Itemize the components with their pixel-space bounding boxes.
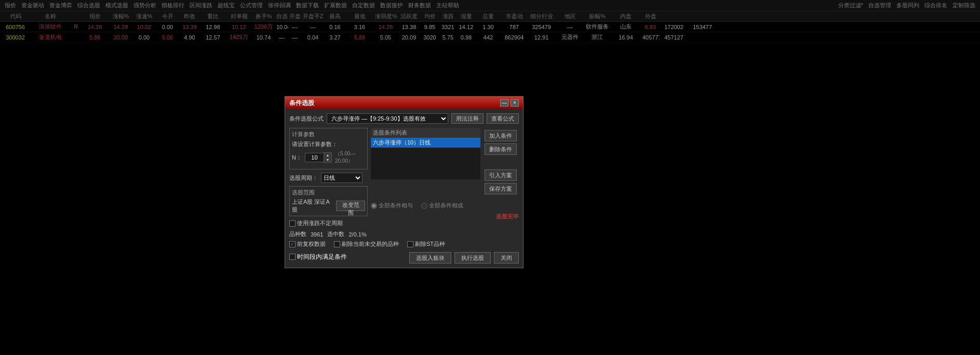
bottom-row: 时间段内满足条件 选股入板块 执行选股 关闭 [289,250,519,264]
dialog-controls: — × [500,99,519,107]
check-exclude-today-box[interactable] [334,241,340,247]
param-hint: 请设置计算参数： [292,140,338,148]
import-plan-btn[interactable]: 引入方案 [485,169,517,181]
dialog-title-bar: 条件选股 — × [285,97,523,109]
dialog-right: 选股条件列表 六步寻涨停（10）日线 加入条件 删除条件 引入方案 保存方案 [371,128,519,230]
period-row: 选股周期： 日线 周线 月线 [289,173,368,183]
spinbox-arrows: ▲ ▼ [324,152,332,163]
bottom-btns: 选股入板块 执行选股 关闭 [409,252,519,264]
condition-actions-row: 选股条件列表 六步寻涨停（10）日线 加入条件 删除条件 引入方案 保存方案 [371,128,519,196]
period-select[interactable]: 日线 周线 月线 [321,173,363,183]
radio-or-option[interactable]: 全部条件相或 [421,202,463,209]
add-condition-btn[interactable]: 加入条件 [485,130,517,141]
check-exclude-today-label: 剔除当前未交易的品种 [342,240,399,248]
use-limit-period-row: 使用涨跌不定周期 [289,219,368,227]
select-complete-label: 选股完毕 [371,213,519,220]
check-exclude-st-box[interactable] [407,241,413,247]
formula-row: 条件选股公式 六步寻涨停 —【9:25-9:30】选股有效 用法注释 查看公式 [289,113,519,124]
species-label: 品种数 [289,230,306,238]
param-spinbox: ▲ ▼ [305,152,332,163]
param-value-input[interactable] [305,153,324,162]
check-prev-data-label: 前复权数据 [297,240,326,248]
radio-and-label: 全部条件相与 [379,202,413,209]
selected-label: 选中数 [327,230,344,238]
radio-and-option[interactable]: 全部条件相与 [371,202,413,209]
dialog-left: 计算参数 请设置计算参数： N： ▲ ▼ （5.00—2 [289,128,368,230]
check-exclude-st-label: 剔除ST品种 [415,240,445,248]
condition-list-area: 选股条件列表 六步寻涨停（10）日线 [371,128,480,196]
dialog-body: 条件选股公式 六步寻涨停 —【9:25-9:30】选股有效 用法注释 查看公式 … [285,109,523,268]
scope-section: 选股范围 上证A股 深证A股 改变范围 [289,186,368,216]
selected-count: 2/0.1% [348,231,366,238]
param-range: （5.00—20.00） [335,150,365,165]
change-scope-btn[interactable]: 改变范围 [336,201,365,211]
dialog-title: 条件选股 [289,99,314,108]
exec-select-btn[interactable]: 执行选股 [454,252,491,264]
check-time-period-label: 时间段内满足条件 [297,253,347,261]
formula-select[interactable]: 六步寻涨停 —【9:25-9:30】选股有效 [327,113,448,124]
condition-item-0[interactable]: 六步寻涨停（10）日线 [371,138,480,148]
calc-params-section: 计算参数 请设置计算参数： N： ▲ ▼ （5.00—2 [289,128,368,169]
formula-label: 条件选股公式 [289,115,324,123]
condition-list: 六步寻涨停（10）日线 [371,138,480,179]
save-plan-btn[interactable]: 保存方案 [485,183,517,194]
select-board-btn[interactable]: 选股入板块 [409,252,451,264]
spinbox-down[interactable]: ▼ [324,157,331,162]
radio-row: 全部条件相与 全部条件相或 [371,202,519,209]
radio-or-circle [421,203,427,209]
check-exclude-st[interactable]: 剔除ST品种 [407,240,445,248]
dialog-minimize-btn[interactable]: — [500,99,508,107]
scope-title: 选股范围 [292,189,365,196]
check-prev-data-box[interactable]: ✓ [289,241,296,247]
param-hint-row: 请设置计算参数： [292,140,365,148]
condition-select-dialog: 条件选股 — × 条件选股公式 六步寻涨停 —【9:25-9:30】选股有效 用… [285,96,523,268]
calc-params-title: 计算参数 [292,130,365,138]
stats-row: 品种数 3961 选中数 2/0.1% [289,230,519,238]
param-n-label: N： [292,154,302,162]
del-condition-btn[interactable]: 删除条件 [485,143,517,155]
check-exclude-today[interactable]: 剔除当前未交易的品种 [334,240,399,248]
check-time-period-box[interactable] [289,254,296,260]
radio-or-label: 全部条件相或 [429,202,463,209]
dialog-close-btn[interactable]: × [511,99,519,107]
check-prev-data[interactable]: ✓ 前复权数据 [289,240,326,248]
spinbox-up[interactable]: ▲ [324,153,331,157]
dialog-main-layout: 计算参数 请设置计算参数： N： ▲ ▼ （5.00—2 [289,128,519,230]
condition-list-header: 选股条件列表 [371,128,480,138]
condition-action-btns: 加入条件 删除条件 引入方案 保存方案 [482,128,519,196]
check-time-period[interactable]: 时间段内满足条件 [289,253,347,261]
scope-row: 上证A股 深证A股 改变范围 [292,198,365,214]
radio-and-circle [371,203,377,209]
check-row-1: ✓ 前复权数据 剔除当前未交易的品种 剔除ST品种 [289,240,519,248]
spacer [485,157,517,167]
scope-text: 上证A股 深证A股 [292,198,333,214]
species-count: 3961 [311,231,323,238]
view-formula-btn[interactable]: 查看公式 [487,113,519,124]
period-label: 选股周期： [289,174,318,182]
usage-note-btn[interactable]: 用法注释 [451,113,484,124]
param-n-row: N： ▲ ▼ （5.00—20.00） [292,150,365,165]
use-limit-period-checkbox[interactable] [289,220,296,227]
use-limit-period-label: 使用涨跌不定周期 [297,219,343,227]
close-btn[interactable]: 关闭 [494,252,519,264]
